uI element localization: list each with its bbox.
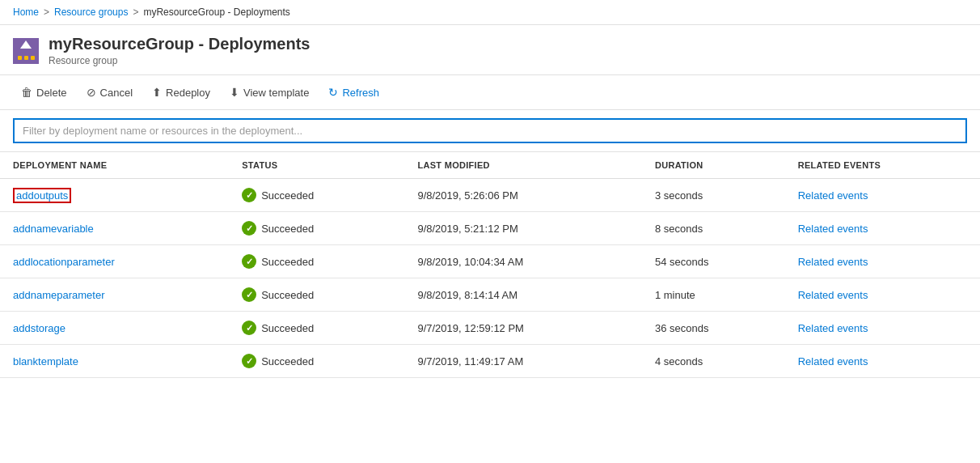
related-events-cell: Related events	[785, 179, 980, 212]
cancel-label: Cancel	[100, 87, 133, 99]
related-events-link[interactable]: Related events	[798, 223, 868, 235]
related-events-link[interactable]: Related events	[798, 322, 868, 334]
refresh-button[interactable]: ↻ Refresh	[320, 82, 387, 103]
status-text: Succeeded	[261, 223, 314, 235]
related-events-link[interactable]: Related events	[798, 289, 868, 301]
search-bar	[0, 110, 980, 152]
status-cell: Succeeded	[229, 278, 404, 312]
breadcrumb-resource-groups[interactable]: Resource groups	[54, 6, 128, 18]
success-icon	[242, 221, 256, 236]
duration-cell: 1 minute	[642, 278, 785, 312]
col-deployment-name: DEPLOYMENT NAME	[0, 152, 229, 179]
table-header-row: DEPLOYMENT NAME STATUS LAST MODIFIED DUR…	[0, 152, 980, 179]
status-text: Succeeded	[261, 256, 314, 268]
success-icon	[242, 287, 256, 302]
arrow-up-icon	[20, 40, 32, 49]
breadcrumb-sep-2: >	[133, 6, 138, 18]
col-status: STATUS	[229, 152, 404, 179]
table-row: addlocationparameter Succeeded 9/8/2019,…	[0, 245, 980, 278]
redeploy-label: Redeploy	[166, 87, 210, 99]
cancel-icon: ⊘	[87, 86, 96, 99]
status-text: Succeeded	[261, 322, 314, 334]
deployment-name-link[interactable]: addlocationparameter	[13, 256, 115, 268]
toolbar: 🗑 Delete ⊘ Cancel ⬆ Redeploy ⬇ View temp…	[0, 75, 980, 110]
delete-button[interactable]: 🗑 Delete	[13, 82, 75, 103]
related-events-link[interactable]: Related events	[798, 256, 868, 268]
status-cell: Succeeded	[229, 345, 404, 378]
related-events-cell: Related events	[785, 312, 980, 345]
success-icon	[242, 188, 256, 202]
status-text: Succeeded	[261, 189, 314, 202]
status-cell: Succeeded	[229, 212, 404, 245]
last-modified-cell: 9/8/2019, 10:04:34 AM	[404, 245, 642, 278]
deployment-name-link[interactable]: addstorage	[13, 322, 65, 334]
deployment-name-cell: addstorage	[0, 312, 229, 345]
breadcrumb-sep-1: >	[44, 6, 49, 18]
last-modified-cell: 9/8/2019, 5:21:12 PM	[404, 212, 642, 245]
deployment-name-cell: addnamevariable	[0, 212, 229, 245]
breadcrumb: Home > Resource groups > myResourceGroup…	[0, 0, 980, 25]
last-modified-cell: 9/8/2019, 5:26:06 PM	[404, 179, 642, 212]
col-duration: DURATION	[642, 152, 785, 179]
header-text: myResourceGroup - Deployments Resource g…	[49, 35, 310, 66]
search-input[interactable]	[13, 118, 967, 143]
related-events-cell: Related events	[785, 345, 980, 378]
status-text: Succeeded	[261, 355, 314, 367]
view-template-button[interactable]: ⬇ View template	[222, 82, 317, 103]
page-title: myResourceGroup - Deployments	[49, 35, 310, 53]
table-row: blanktemplate Succeeded 9/7/2019, 11:49:…	[0, 345, 980, 378]
view-template-label: View template	[243, 87, 309, 99]
related-events-cell: Related events	[785, 245, 980, 278]
success-icon	[242, 254, 256, 269]
deployment-name-cell: addlocationparameter	[0, 245, 229, 278]
refresh-icon: ↻	[328, 86, 338, 99]
deployment-name-cell: addnameparameter	[0, 278, 229, 312]
trash-icon: 🗑	[21, 86, 32, 99]
deployment-name-link[interactable]: addnamevariable	[13, 223, 94, 235]
duration-cell: 54 seconds	[642, 245, 785, 278]
success-icon	[242, 321, 256, 335]
dot-3	[31, 56, 35, 60]
redeploy-icon: ⬆	[152, 86, 162, 99]
redeploy-button[interactable]: ⬆ Redeploy	[144, 82, 218, 103]
breadcrumb-home[interactable]: Home	[13, 6, 39, 18]
deployment-name-link[interactable]: blanktemplate	[13, 355, 78, 367]
related-events-link[interactable]: Related events	[798, 355, 868, 367]
col-last-modified: LAST MODIFIED	[404, 152, 642, 179]
related-events-link[interactable]: Related events	[798, 189, 868, 202]
table-row: addnameparameter Succeeded 9/8/2019, 8:1…	[0, 278, 980, 312]
deployment-name-link[interactable]: addnameparameter	[13, 289, 104, 301]
related-events-cell: Related events	[785, 212, 980, 245]
last-modified-cell: 9/7/2019, 11:49:17 AM	[404, 345, 642, 378]
last-modified-cell: 9/8/2019, 8:14:14 AM	[404, 278, 642, 312]
page-header: myResourceGroup - Deployments Resource g…	[0, 25, 980, 75]
duration-cell: 4 seconds	[642, 345, 785, 378]
related-events-cell: Related events	[785, 278, 980, 312]
duration-cell: 3 seconds	[642, 179, 785, 212]
status-text: Succeeded	[261, 289, 314, 301]
page-subtitle: Resource group	[49, 55, 310, 66]
table-row: addnamevariable Succeeded 9/8/2019, 5:21…	[0, 212, 980, 245]
resource-group-icon	[13, 38, 39, 64]
table-row: addoutputs Succeeded 9/8/2019, 5:26:06 P…	[0, 179, 980, 212]
deployment-name-cell: blanktemplate	[0, 345, 229, 378]
dot-2	[24, 56, 28, 60]
success-icon	[242, 354, 256, 368]
duration-cell: 36 seconds	[642, 312, 785, 345]
download-icon: ⬇	[230, 86, 239, 99]
col-related-events: RELATED EVENTS	[785, 152, 980, 179]
delete-label: Delete	[36, 87, 67, 99]
status-cell: Succeeded	[229, 245, 404, 278]
deployment-name-cell: addoutputs	[0, 179, 229, 212]
table-row: addstorage Succeeded 9/7/2019, 12:59:12 …	[0, 312, 980, 345]
cancel-button[interactable]: ⊘ Cancel	[78, 82, 141, 103]
status-cell: Succeeded	[229, 179, 404, 212]
duration-cell: 8 seconds	[642, 212, 785, 245]
dot-1	[18, 56, 22, 60]
dots-icon	[18, 56, 35, 60]
deployment-name-link[interactable]: addoutputs	[13, 188, 71, 203]
refresh-label: Refresh	[342, 87, 379, 99]
deployments-table: DEPLOYMENT NAME STATUS LAST MODIFIED DUR…	[0, 152, 980, 378]
last-modified-cell: 9/7/2019, 12:59:12 PM	[404, 312, 642, 345]
breadcrumb-current: myResourceGroup - Deployments	[143, 6, 289, 18]
